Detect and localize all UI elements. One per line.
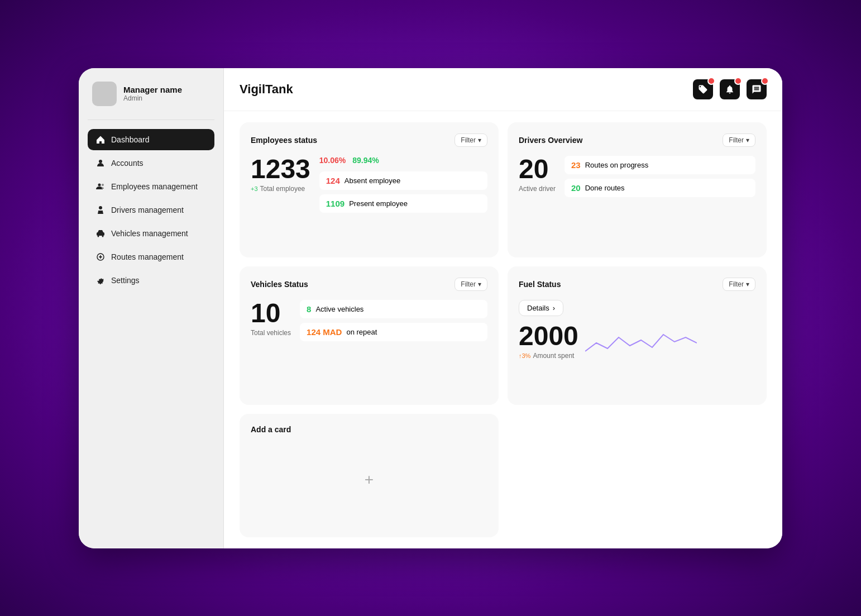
drivers-active-number: 20 — [519, 156, 556, 183]
active-vehicles-badge: 8 Active vehicles — [300, 300, 487, 318]
absent-count: 124 — [326, 176, 340, 185]
done-routes-label: Done routes — [585, 184, 625, 192]
repeat-badge: 124 MAD on repeat — [300, 323, 487, 341]
employees-card-title: Employees status — [251, 136, 317, 145]
tag-badge — [707, 77, 715, 85]
user-info: Manager name Admin — [123, 85, 182, 102]
employees-card-header: Employees status Filter ▾ — [251, 133, 487, 147]
sidebar-label-routes: Routes management — [111, 252, 184, 261]
fuel-card-header: Fuel Status Filter ▾ — [519, 278, 755, 291]
chat-icon-btn[interactable] — [747, 79, 767, 99]
present-count: 1109 — [326, 199, 345, 208]
add-card[interactable]: Add a card + — [240, 414, 499, 537]
main-content: VigilTank — [224, 68, 782, 548]
svg-point-7 — [102, 235, 104, 237]
absent-label: Absent employee — [345, 176, 400, 185]
settings-icon — [95, 275, 106, 285]
drivers-active-label: Active driver — [519, 185, 556, 193]
drivers-total-section: 20 Active driver — [519, 156, 556, 193]
fuel-label: ↑3% Amount spent — [519, 352, 578, 360]
repeat-label: on repeat — [346, 328, 377, 336]
sidebar-label-employees: Employees management — [111, 182, 198, 191]
fuel-chevron-icon: ▾ — [746, 280, 749, 288]
tag-icon-btn[interactable] — [693, 79, 713, 99]
drivers-card-title: Drivers Overview — [519, 136, 582, 145]
vehicles-card-header: Vehicles Status Filter ▾ — [251, 278, 487, 291]
sidebar-label-drivers: Drivers management — [111, 206, 184, 214]
fuel-amount-section: 2000 ↑3% Amount spent — [519, 323, 578, 360]
vehicles-total-number: 10 — [251, 300, 291, 327]
routes-right: 23 Routes on progress 20 Done routes — [565, 156, 755, 197]
active-vehicles-count: 8 — [307, 304, 311, 314]
sidebar-label-accounts: Accounts — [111, 159, 144, 168]
sidebar-label-settings: Settings — [111, 276, 140, 285]
sidebar-item-drivers[interactable]: Drivers management — [88, 199, 214, 221]
percent-row: 10.06% 89.94% — [319, 156, 487, 165]
accounts-icon — [95, 158, 106, 168]
drivers-filter-btn[interactable]: Filter ▾ — [723, 133, 755, 147]
employees-trend: +3 — [251, 185, 258, 192]
sidebar-label-vehicles: Vehicles management — [111, 229, 188, 238]
fuel-details-btn[interactable]: Details › — [519, 300, 563, 316]
sidebar-item-routes[interactable]: Routes management — [88, 246, 214, 268]
employees-total-number: 1233 — [251, 156, 310, 183]
fuel-card-title: Fuel Status — [519, 280, 561, 289]
drivers-overview-card: Drivers Overview Filter ▾ 20 Active driv… — [508, 122, 767, 258]
drivers-chevron-icon: ▾ — [746, 136, 749, 144]
svg-point-3 — [99, 206, 102, 209]
absent-badge: 124 Absent employee — [319, 171, 487, 190]
svg-point-6 — [98, 235, 99, 237]
user-name: Manager name — [123, 85, 182, 94]
vehicles-body: 10 Total vehicles 8 Active vehicles — [251, 300, 487, 341]
drivers-body: 20 Active driver 23 Routes on progress — [519, 156, 755, 197]
app-title: VigilTank — [240, 82, 293, 97]
drivers-card-header: Drivers Overview Filter ▾ — [519, 133, 755, 147]
routes-progress-count: 23 — [571, 160, 581, 170]
vehicles-status-card: Vehicles Status Filter ▾ 10 Total vehicl… — [240, 266, 499, 405]
fuel-status-card: Fuel Status Filter ▾ Details › — [508, 266, 767, 405]
employees-stats-right: 10.06% 89.94% 124 Absent employee 1109 P… — [319, 156, 487, 213]
done-routes-badge: 20 Done routes — [565, 179, 755, 197]
add-card-title: Add a card — [251, 425, 291, 434]
routes-icon — [95, 252, 106, 262]
sidebar-label-dashboard: Dashboard — [111, 135, 150, 144]
employees-status-card: Employees status Filter ▾ 1233 +3 Total … — [240, 122, 499, 258]
sidebar-item-vehicles[interactable]: Vehicles management — [88, 223, 214, 244]
vehicles-chevron-icon: ▾ — [478, 280, 481, 288]
vehicles-card-title: Vehicles Status — [251, 280, 308, 289]
svg-point-1 — [98, 183, 101, 186]
vehicles-filter-btn[interactable]: Filter ▾ — [455, 278, 487, 291]
fuel-body: Details › 2000 ↑3% Amount spent — [519, 300, 755, 360]
sidebar-item-accounts[interactable]: Accounts — [88, 152, 214, 174]
fuel-chart — [585, 326, 755, 360]
main-window: Manager name Admin Dashboard Accounts — [79, 68, 782, 548]
topbar-icons — [693, 79, 767, 99]
employees-body: 1233 +3 Total employee 10.06% 89.94% — [251, 156, 487, 213]
employees-filter-btn[interactable]: Filter ▾ — [455, 133, 487, 147]
fuel-trend: ↑3% — [519, 352, 530, 359]
employees-icon — [95, 182, 106, 192]
svg-rect-5 — [97, 232, 104, 236]
sidebar-item-settings[interactable]: Settings — [88, 270, 214, 291]
routes-progress-label: Routes on progress — [585, 161, 648, 169]
employees-total-label: +3 Total employee — [251, 185, 310, 193]
background: Manager name Admin Dashboard Accounts — [0, 0, 861, 616]
sidebar-item-dashboard[interactable]: Dashboard — [88, 129, 214, 150]
bell-icon-btn[interactable] — [720, 79, 740, 99]
chevron-right-icon: › — [553, 304, 555, 312]
add-card-plus[interactable]: + — [251, 434, 487, 526]
routes-progress-badge: 23 Routes on progress — [565, 156, 755, 174]
svg-rect-4 — [99, 211, 102, 212]
fuel-amount: 2000 — [519, 323, 578, 350]
present-pct: 89.94% — [352, 156, 379, 165]
vehicles-right: 8 Active vehicles 124 MAD on repeat — [300, 300, 487, 341]
sidebar-item-employees[interactable]: Employees management — [88, 176, 214, 197]
svg-point-9 — [100, 256, 102, 257]
absent-pct: 10.06% — [319, 156, 346, 165]
user-role: Admin — [123, 94, 182, 102]
fuel-filter-btn[interactable]: Filter ▾ — [723, 278, 755, 291]
bell-badge — [734, 77, 742, 85]
repeat-amount: 124 MAD — [307, 327, 342, 337]
vehicles-total-label: Total vehicles — [251, 329, 291, 337]
employees-total-section: 1233 +3 Total employee — [251, 156, 310, 193]
